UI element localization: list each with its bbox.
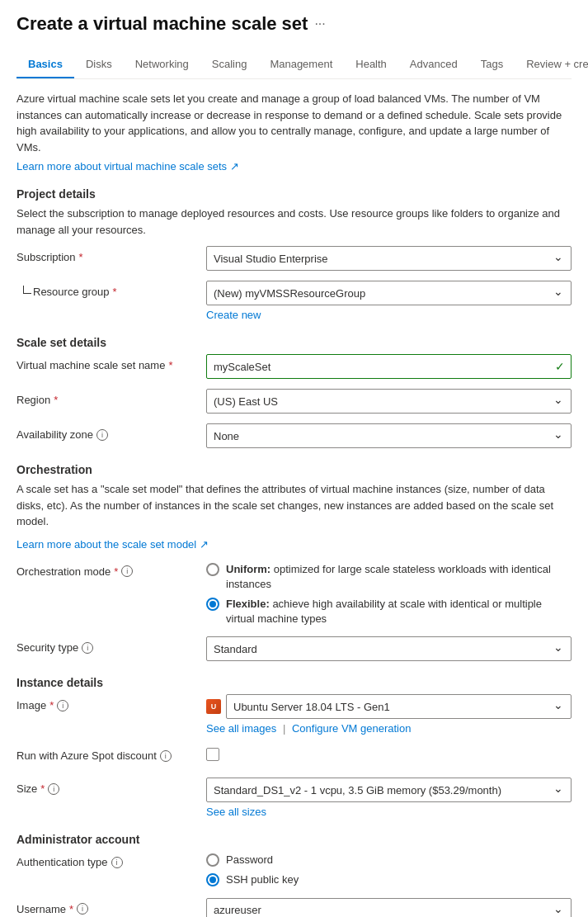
- image-required: *: [49, 699, 54, 711]
- vmss-name-label: Virtual machine scale set name *: [16, 354, 206, 371]
- availability-zone-label: Availability zone i: [16, 423, 206, 441]
- flexible-radio-label: Flexible: achieve high availability at s…: [226, 597, 572, 626]
- instance-details-heading: Instance details: [16, 676, 572, 689]
- flexible-radio-item[interactable]: Flexible: achieve high availability at s…: [206, 597, 572, 626]
- subscription-select-wrapper: Visual Studio Enterprise: [206, 246, 572, 271]
- orchestration-mode-info-icon[interactable]: i: [121, 565, 133, 577]
- size-select-wrapper: Standard_DS1_v2 - 1 vcpu, 3.5 GiB memory…: [206, 778, 572, 802]
- ssh-radio-item[interactable]: SSH public key: [206, 872, 572, 887]
- ssh-radio-label: SSH public key: [226, 872, 299, 887]
- tab-scaling[interactable]: Scaling: [200, 51, 259, 78]
- username-info-icon[interactable]: i: [77, 903, 88, 915]
- region-label: Region *: [16, 389, 206, 406]
- resource-group-select[interactable]: (New) myVMSSResourceGroup: [206, 281, 572, 305]
- availability-zone-row: Availability zone i None: [16, 423, 572, 448]
- tab-basics[interactable]: Basics: [16, 51, 74, 78]
- username-control: azureuser: [206, 898, 572, 917]
- username-select[interactable]: azureuser: [206, 898, 572, 917]
- scale-set-details-heading: Scale set details: [16, 336, 572, 349]
- availability-zone-info-icon[interactable]: i: [96, 429, 108, 441]
- availability-zone-control: None: [206, 423, 572, 448]
- image-sub-links: See all images | Configure VM generation: [206, 722, 572, 735]
- uniform-radio-label: Uniform: optimized for large scale state…: [226, 562, 572, 592]
- uniform-radio-button[interactable]: [206, 563, 219, 576]
- spot-discount-checkbox[interactable]: [206, 748, 219, 761]
- orchestration-mode-radio-group: Uniform: optimized for large scale state…: [206, 560, 572, 627]
- scale-set-link-icon: ↗: [200, 538, 209, 551]
- learn-more-link[interactable]: Learn more about virtual machine scale s…: [16, 160, 239, 173]
- size-sub-links: See all sizes: [206, 806, 572, 818]
- scale-set-model-link[interactable]: Learn more about the scale set model ↗: [16, 538, 209, 551]
- tab-tags[interactable]: Tags: [469, 51, 515, 78]
- region-control: (US) East US: [206, 389, 572, 414]
- password-radio-button[interactable]: [206, 853, 219, 867]
- page-title: Create a virtual machine scale set: [16, 13, 308, 35]
- image-info-icon[interactable]: i: [57, 700, 68, 711]
- password-radio-label: Password: [226, 853, 273, 867]
- see-all-images-link[interactable]: See all images: [206, 722, 276, 735]
- orchestration-desc: A scale set has a "scale set model" that…: [16, 481, 572, 530]
- region-required: *: [54, 394, 58, 406]
- orchestration-mode-label: Orchestration mode * i: [16, 560, 206, 578]
- resource-group-row: Resource group * (New) myVMSSResourceGro…: [16, 281, 572, 321]
- page-title-row: Create a virtual machine scale set ···: [16, 13, 572, 35]
- security-type-select-wrapper: Standard: [206, 636, 572, 661]
- resource-group-required: *: [113, 286, 117, 298]
- security-type-control: Standard: [206, 636, 572, 661]
- security-type-row: Security type i Standard: [16, 636, 572, 661]
- indent-spacer: [16, 281, 33, 294]
- subscription-label: Subscription *: [16, 246, 206, 263]
- project-details-heading: Project details: [16, 187, 572, 201]
- subscription-required: *: [79, 251, 83, 263]
- vmss-name-input[interactable]: [206, 354, 572, 379]
- size-select[interactable]: Standard_DS1_v2 - 1 vcpu, 3.5 GiB memory…: [206, 778, 572, 802]
- tab-advanced[interactable]: Advanced: [398, 51, 469, 78]
- tab-networking[interactable]: Networking: [124, 51, 200, 78]
- flexible-radio-button[interactable]: [206, 598, 219, 611]
- image-links-divider: |: [283, 722, 285, 735]
- vmss-name-input-wrapper: ✓: [206, 354, 572, 379]
- see-all-sizes-link[interactable]: See all sizes: [206, 806, 266, 818]
- spot-discount-row: Run with Azure Spot discount i: [16, 744, 572, 768]
- region-select[interactable]: (US) East US: [206, 389, 572, 414]
- availability-zone-select[interactable]: None: [206, 423, 572, 448]
- tab-management[interactable]: Management: [258, 51, 344, 78]
- tab-disks[interactable]: Disks: [74, 51, 124, 78]
- security-type-select[interactable]: Standard: [206, 636, 572, 661]
- resource-group-label: Resource group *: [33, 281, 206, 298]
- orchestration-mode-row: Orchestration mode * i Uniform: optimize…: [16, 560, 572, 627]
- image-control: U Ubuntu Server 18.04 LTS - Gen1 See all…: [206, 694, 572, 735]
- auth-type-row: Authentication type i Password SSH publi…: [16, 851, 572, 887]
- auth-type-info-icon[interactable]: i: [111, 857, 123, 868]
- tab-review[interactable]: Review + create: [515, 51, 588, 78]
- admin-account-section: Administrator account Authentication typ…: [16, 833, 572, 917]
- intro-text: Azure virtual machine scale sets let you…: [16, 92, 562, 154]
- external-link-icon: ↗: [230, 160, 239, 173]
- project-details-desc: Select the subscription to manage deploy…: [16, 206, 572, 238]
- subscription-select[interactable]: Visual Studio Enterprise: [206, 246, 572, 271]
- orchestration-mode-control: Uniform: optimized for large scale state…: [206, 560, 572, 627]
- vmss-name-check-icon: ✓: [555, 360, 565, 373]
- create-new-anchor[interactable]: Create new: [206, 309, 261, 321]
- size-info-icon[interactable]: i: [48, 783, 59, 795]
- auth-type-label: Authentication type i: [16, 851, 206, 868]
- more-options-icon[interactable]: ···: [314, 17, 325, 31]
- spot-discount-checkbox-item[interactable]: [206, 744, 572, 761]
- security-type-info-icon[interactable]: i: [82, 642, 93, 654]
- ssh-radio-button[interactable]: [206, 873, 219, 886]
- auth-type-control: Password SSH public key: [206, 851, 572, 887]
- image-select[interactable]: Ubuntu Server 18.04 LTS - Gen1: [226, 694, 572, 719]
- auth-type-radio-group: Password SSH public key: [206, 851, 572, 887]
- ubuntu-icon: U: [206, 699, 221, 714]
- uniform-radio-item[interactable]: Uniform: optimized for large scale state…: [206, 562, 572, 592]
- configure-vm-link[interactable]: Configure VM generation: [292, 722, 412, 735]
- resource-group-select-wrapper: (New) myVMSSResourceGroup: [206, 281, 572, 305]
- create-new-link: Create new: [206, 309, 572, 321]
- admin-account-heading: Administrator account: [16, 833, 572, 846]
- username-row: Username * i azureuser: [16, 898, 572, 917]
- subscription-row: Subscription * Visual Studio Enterprise: [16, 246, 572, 271]
- tab-health[interactable]: Health: [344, 51, 398, 78]
- orchestration-mode-required: *: [114, 565, 118, 578]
- spot-discount-info-icon[interactable]: i: [160, 750, 172, 762]
- password-radio-item[interactable]: Password: [206, 853, 572, 867]
